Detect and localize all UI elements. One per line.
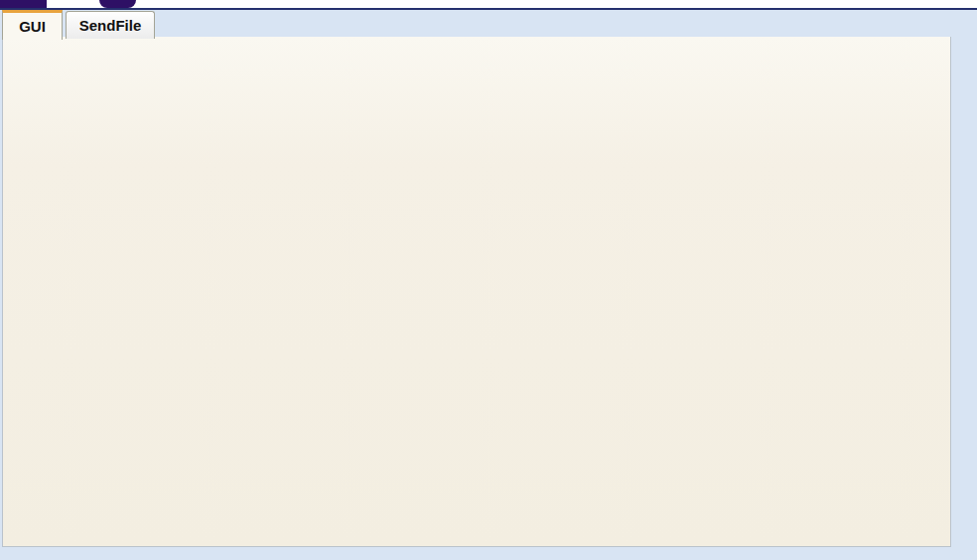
logo-fragment: [99, 0, 136, 8]
app-window: GUI SendFile ComPort Baudrate 115200 Ope…: [0, 0, 977, 560]
tab-bar: GUI SendFile: [0, 8, 977, 37]
logo-fragment: [0, 0, 47, 8]
tab-gui[interactable]: GUI: [2, 10, 63, 40]
top-strip: [0, 0, 977, 8]
tab-sendfile[interactable]: SendFile: [66, 11, 155, 39]
gui-tab-page: [2, 36, 951, 547]
